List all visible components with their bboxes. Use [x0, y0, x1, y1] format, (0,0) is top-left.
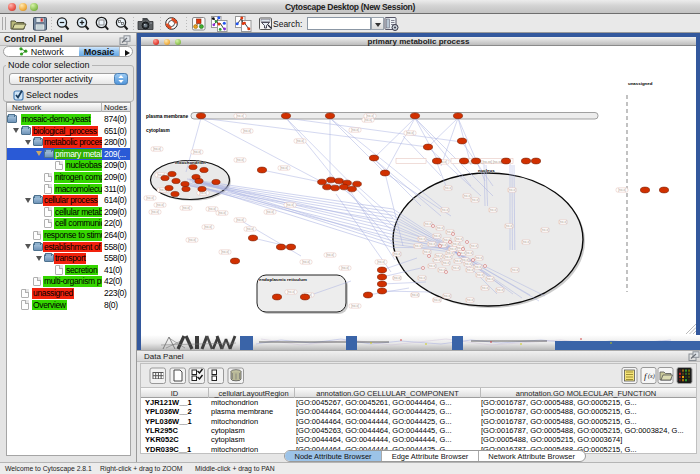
- svg-text:[no-x]: [no-x]: [236, 114, 244, 118]
- svg-text:[no-x]: [no-x]: [522, 240, 530, 244]
- svg-text:[no-x]: [no-x]: [433, 258, 441, 262]
- svg-text:mitochondrion: mitochondrion: [175, 160, 206, 165]
- svg-text:[no-x]: [no-x]: [433, 234, 441, 238]
- svg-text:[no-x]: [no-x]: [414, 244, 422, 248]
- svg-text:[no-x]: [no-x]: [618, 188, 626, 192]
- svg-text:[no-x]: [no-x]: [444, 255, 452, 259]
- svg-text:[no-x]: [no-x]: [393, 276, 401, 280]
- svg-text:[no-x]: [no-x]: [302, 260, 310, 264]
- svg-text:[no-x]: [no-x]: [208, 207, 216, 211]
- svg-text:[no-x]: [no-x]: [218, 211, 226, 215]
- svg-text:[no-x]: [no-x]: [199, 191, 207, 195]
- svg-text:cytoplasm: cytoplasm: [146, 128, 170, 133]
- svg-text:[no-x]: [no-x]: [486, 277, 494, 281]
- svg-text:[no-x]: [no-x]: [286, 203, 294, 207]
- svg-text:[no-x]: [no-x]: [236, 158, 244, 162]
- svg-text:[no-x]: [no-x]: [280, 166, 288, 170]
- svg-text:[no-x]: [no-x]: [476, 273, 484, 277]
- svg-text:(x): (x): [648, 373, 655, 380]
- svg-text:[no-x]: [no-x]: [236, 218, 244, 222]
- svg-text:[no-x]: [no-x]: [464, 262, 472, 266]
- svg-text:[no-x]: [no-x]: [428, 264, 436, 268]
- svg-text:[no-x]: [no-x]: [452, 266, 460, 270]
- svg-text:[no-x]: [no-x]: [428, 242, 436, 246]
- svg-text:[no-x]: [no-x]: [424, 222, 432, 226]
- svg-text:[no-x]: [no-x]: [341, 266, 349, 270]
- svg-text:[no-x]: [no-x]: [204, 225, 212, 229]
- svg-text:[no-x]: [no-x]: [287, 290, 295, 294]
- svg-text:endoplasmic reticulum: endoplasmic reticulum: [259, 277, 307, 282]
- svg-text:[no-x]: [no-x]: [364, 118, 372, 122]
- svg-text:[no-x]: [no-x]: [146, 196, 154, 200]
- svg-text:[no-x]: [no-x]: [455, 237, 463, 241]
- svg-text:[no-x]: [no-x]: [182, 206, 190, 210]
- svg-text:[no-x]: [no-x]: [470, 244, 478, 248]
- svg-text:[no-x]: [no-x]: [505, 224, 513, 228]
- svg-text:[no-x]: [no-x]: [351, 304, 359, 308]
- svg-text:[no-x]: [no-x]: [156, 203, 164, 207]
- svg-text:[no-x]: [no-x]: [496, 288, 504, 292]
- svg-text:[no-x]: [no-x]: [377, 260, 385, 264]
- svg-text:[no-x]: [no-x]: [188, 238, 196, 242]
- svg-text:[no-x]: [no-x]: [151, 210, 159, 214]
- svg-text:nucleus: nucleus: [478, 168, 495, 173]
- svg-text:[no-x]: [no-x]: [153, 147, 161, 151]
- svg-text:[no-x]: [no-x]: [475, 256, 483, 260]
- svg-text:[no-x]: [no-x]: [443, 294, 451, 298]
- svg-text:[no-x]: [no-x]: [406, 131, 414, 135]
- svg-text:plasma membrane: plasma membrane: [146, 114, 188, 119]
- svg-text:[no-x]: [no-x]: [441, 208, 449, 212]
- svg-text:[no-x]: [no-x]: [436, 226, 444, 230]
- svg-text:[no-x]: [no-x]: [193, 150, 201, 154]
- svg-text:[no-x]: [no-x]: [296, 139, 304, 143]
- svg-text:[no-x]: [no-x]: [471, 198, 479, 202]
- svg-text:[no-x]: [no-x]: [243, 129, 251, 133]
- svg-text:[no-x]: [no-x]: [326, 253, 334, 257]
- svg-text:[no-x]: [no-x]: [418, 237, 426, 241]
- svg-text:[no-x]: [no-x]: [351, 128, 359, 132]
- svg-text:unassigned: unassigned: [628, 81, 653, 86]
- svg-text:[no-x]: [no-x]: [466, 268, 474, 272]
- svg-text:[no-x]: [no-x]: [433, 298, 441, 302]
- svg-text:[no-x]: [no-x]: [474, 265, 482, 269]
- svg-text:[no-x]: [no-x]: [511, 268, 519, 272]
- svg-text:[no-x]: [no-x]: [246, 227, 254, 231]
- svg-text:[no-x]: [no-x]: [449, 247, 457, 251]
- svg-text:[no-x]: [no-x]: [442, 261, 450, 265]
- svg-text:[no-x]: [no-x]: [393, 252, 401, 256]
- svg-text:[no-x]: [no-x]: [266, 210, 274, 214]
- svg-text:[no-x]: [no-x]: [366, 114, 374, 118]
- svg-text:[no-x]: [no-x]: [418, 276, 426, 280]
- svg-text:[no-x]: [no-x]: [423, 250, 431, 254]
- svg-text:[no-x]: [no-x]: [466, 298, 474, 302]
- svg-text:[no-x]: [no-x]: [559, 220, 567, 224]
- svg-text:[no-x]: [no-x]: [508, 188, 516, 192]
- svg-text:[no-x]: [no-x]: [489, 208, 497, 212]
- svg-text:[no-x]: [no-x]: [541, 228, 549, 232]
- svg-text:[no-x]: [no-x]: [463, 194, 471, 198]
- svg-text:[no-x]: [no-x]: [221, 250, 229, 254]
- svg-text:[no-x]: [no-x]: [454, 259, 462, 263]
- svg-text:[no-x]: [no-x]: [481, 286, 489, 290]
- svg-text:[no-x]: [no-x]: [444, 186, 452, 190]
- svg-text:[no-x]: [no-x]: [411, 293, 419, 297]
